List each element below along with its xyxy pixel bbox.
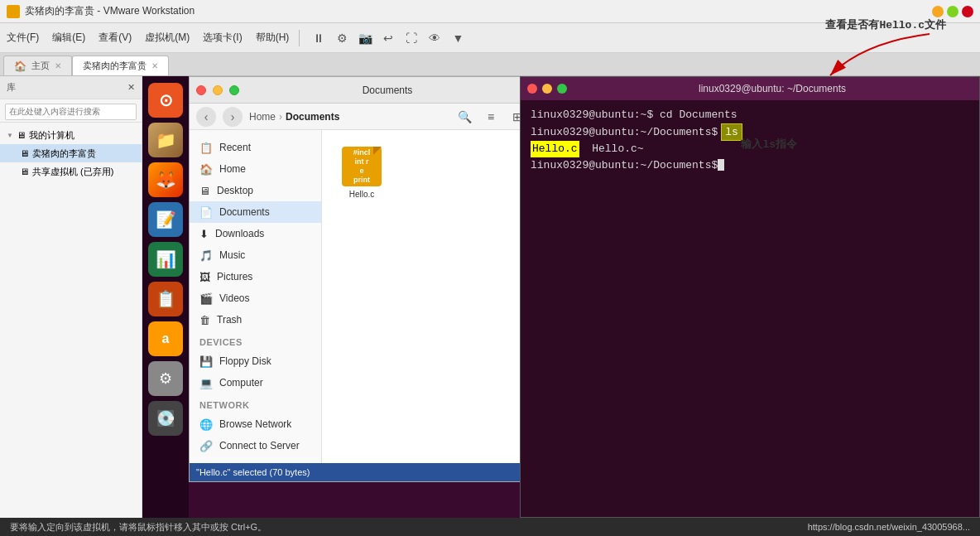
sidebar-close[interactable]: ✕ [127,82,135,93]
vm-settings-button[interactable]: ⚙ [333,29,351,47]
sidebar-my-computer: ▼ 🖥 我的计算机 🖥 卖猪肉的李富贵 🖥 共享虚拟机 (已弃用) [0,123,142,184]
tab-vm-label: 卖猪肉的李富贵 [83,60,147,72]
fm-pictures-label: Pictures [217,271,252,282]
fm-minimize-button[interactable] [213,85,223,95]
pause-button[interactable]: ⏸ [310,29,328,47]
vmware-app-icon [7,5,20,18]
maximize-button[interactable] [947,6,958,17]
toolbar-icons: ⏸ ⚙ 📷 ↩ ⛶ 👁 ▼ [310,29,467,47]
dock-impress-icon[interactable]: 📋 [148,282,183,316]
sidebar-item-shared[interactable]: 🖥 共享虚拟机 (已弃用) [0,162,142,181]
shared-icon: 🖥 [20,167,29,176]
menu-vm[interactable]: 虚拟机(M) [145,31,190,45]
terminal-window[interactable]: linux0329@ubuntu: ~/Documents linux0329@… [520,76,980,518]
fm-item-pictures[interactable]: 🖼 Pictures [190,266,321,287]
fm-home-label: Home [219,163,246,175]
fm-close-button[interactable] [196,85,206,95]
term-output-rest: Hello.c~ [579,141,644,157]
fm-item-browse-network[interactable]: 🌐 Browse Network [190,413,321,435]
dock-firefox-icon[interactable]: 🦊 [148,162,183,197]
fm-downloads-label: Downloads [215,228,264,239]
ubuntu-desktop: ⊙ 📁 🦊 📝 📊 📋 a ⚙ 💽 [142,76,980,518]
sidebar-item-vm[interactable]: 🖥 卖猪肉的李富贵 [0,144,142,162]
shared-label: 共享虚拟机 (已弃用) [32,166,113,178]
menu-tab[interactable]: 选项卡(I) [203,31,242,45]
fm-main-area: #inclint reprint Hello.c [322,130,536,463]
revert-button[interactable]: ↩ [379,29,397,47]
fm-body: 📋 Recent 🏠 Home 🖥 Desktop 📄 Documents [190,130,536,463]
sidebar-search-container [0,99,142,123]
view-button[interactable]: 👁 [425,29,444,47]
fm-desktop-label: Desktop [217,185,253,196]
fm-item-home[interactable]: 🏠 Home [190,158,321,180]
menu-bar: 文件(F) 编辑(E) 查看(V) 虚拟机(M) 选项卡(I) 帮助(H) [7,31,289,45]
snapshot-button[interactable]: 📷 [356,29,374,47]
tab-vm-close[interactable]: ✕ [151,61,158,70]
breadcrumb-documents[interactable]: Documents [286,111,339,123]
computer-icon: 🖥 [17,130,26,140]
fm-item-downloads[interactable]: ⬇ Downloads [190,223,321,244]
network-section-label: Network [190,394,321,413]
fm-list-view-icon[interactable]: ≡ [479,105,502,128]
menu-edit[interactable]: 编辑(E) [52,31,85,45]
fm-browse-network-label: Browse Network [219,418,291,430]
dock-text-editor-icon[interactable]: 📝 [148,202,183,237]
tab-home[interactable]: 🏠 主页 ✕ [3,56,72,75]
menu-help[interactable]: 帮助(H) [256,31,290,45]
statusbar-left-text: 要将输入定向到该虚拟机，请将鼠标指针移入其中或按 Ctrl+G。 [10,521,267,534]
fm-item-music[interactable]: 🎵 Music [190,244,321,266]
fm-item-recent[interactable]: 📋 Recent [190,137,321,158]
terminal-minimize-button[interactable] [542,84,552,94]
fm-search-icon[interactable]: 🔍 [453,105,476,128]
dock-drive-icon[interactable]: 💽 [148,401,183,436]
fm-item-desktop[interactable]: 🖥 Desktop [190,180,321,201]
tab-home-close[interactable]: ✕ [55,61,61,70]
fm-toolbar: ‹ › Home › Documents 🔍 ≡ ⊞ [190,104,536,130]
term-output-helloc: Hello.c [531,141,579,157]
statusbar-right-text: https://blog.csdn.net/weixin_43005968... [808,522,970,532]
tab-vm[interactable]: 卖猪肉的李富贵 ✕ [72,56,169,75]
menu-view[interactable]: 查看(V) [98,31,132,45]
term-prompt-4: linux0329@ubuntu:~/Documents$ [531,157,718,174]
fm-titlebar: Documents [190,77,536,104]
window-controls [932,6,973,17]
fm-forward-button[interactable]: › [223,107,243,127]
devices-section-label: Devices [190,331,321,350]
fm-item-videos[interactable]: 🎬 Videos [190,287,321,309]
fm-maximize-button[interactable] [229,85,239,95]
terminal-body[interactable]: linux0329@ubuntu:~$ cd Documents linux03… [521,100,979,180]
menu-file[interactable]: 文件(F) [7,31,39,45]
fm-back-button[interactable]: ‹ [196,107,216,127]
sidebar-search-input[interactable] [5,104,137,120]
annotation-arrow-svg [781,26,946,92]
fm-item-documents[interactable]: 📄 Documents [190,201,321,223]
fm-trash-label: Trash [217,314,242,326]
terminal-maximize-button[interactable] [557,84,567,94]
fm-item-computer[interactable]: 💻 Computer [190,372,321,394]
dock-amazon-icon[interactable]: a [148,321,183,356]
dock-system-icon[interactable]: ⚙ [148,361,183,396]
fm-item-connect-server[interactable]: 🔗 Connect to Server [190,435,321,456]
fm-item-trash[interactable]: 🗑 Trash [190,309,321,331]
bottom-statusbar: 要将输入定向到该虚拟机，请将鼠标指针移入其中或按 Ctrl+G。 https:/… [0,518,980,536]
sidebar-item-mycomputer[interactable]: ▼ 🖥 我的计算机 [0,126,142,144]
breadcrumb-home[interactable]: Home [249,111,276,123]
fm-breadcrumb: Home › Documents [249,111,446,123]
dock-files-icon[interactable]: 📁 [148,123,183,157]
dock-ubuntu-icon[interactable]: ⊙ [148,83,183,118]
fm-sidebar: 📋 Recent 🏠 Home 🖥 Desktop 📄 Documents [190,130,322,463]
fm-item-floppy[interactable]: 💾 Floppy Disk [190,350,321,372]
fullscreen-button[interactable]: ⛶ [402,29,420,47]
dock-calc-icon[interactable]: 📊 [148,242,183,277]
vmware-title: 卖猪肉的李富贵 - VMware Workstation [25,4,932,18]
terminal-line-1: linux0329@ubuntu:~$ cd Documents [531,107,969,123]
minimize-button[interactable] [932,6,944,17]
terminal-line-4: linux0329@ubuntu:~/Documents$ [531,157,969,174]
terminal-close-button[interactable] [527,84,537,94]
fm-file-helloc-name: Hello.c [349,190,375,199]
more-button[interactable]: ▼ [449,29,467,47]
close-button[interactable] [962,6,973,17]
file-manager-window: Documents ‹ › Home › Documents 🔍 ≡ ⊞ [189,76,536,482]
toolbar-separator [299,30,300,46]
fm-file-helloc[interactable]: #inclint reprint Hello.c [335,143,388,202]
